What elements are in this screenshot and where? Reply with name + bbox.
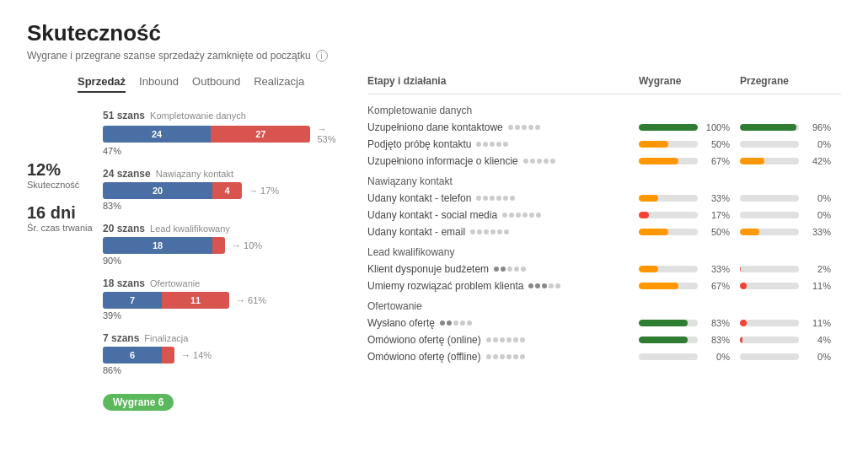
effectiveness-label: Skuteczność [27,180,93,190]
lost-bar [740,158,764,164]
dot [486,354,491,359]
activity-dots [508,125,540,130]
activity-label: Uzupełniono informacje o kliencie [367,155,518,167]
effectiveness-stat: 12% Skuteczność [27,160,93,190]
funnel-count: 20 szans [103,223,145,234]
won-pct-label: 83% [703,318,730,328]
won-cell: 0% [639,352,740,362]
won-pct-label: 50% [703,139,730,149]
dot [520,354,525,359]
dot [483,142,488,147]
bar-pct-right: → 14% [181,350,212,360]
lost-bar [740,229,759,235]
funnel-area: 12% Skuteczność 16 dni Śr. czas trwania … [27,110,347,411]
activity-row: Omówiono ofertę (online)83%4% [367,334,841,346]
dot [523,159,528,164]
lost-cell: 96% [740,122,841,132]
won-bar [639,320,688,326]
funnel-footer: 86% [103,365,347,375]
won-cell: 83% [639,318,740,328]
page: Skuteczność Wygrane i przegrane szanse s… [0,0,868,474]
dot [490,142,495,147]
activity-label: Omówiono ofertę (online) [367,334,481,346]
tab-realizacja[interactable]: Realizacja [254,75,304,93]
bar-pct-right: → 17% [249,186,279,196]
lost-pct-label: 33% [804,227,831,237]
dot [506,337,512,342]
lost-bar [740,124,796,131]
won-bar [639,337,688,343]
won-bar [639,266,658,272]
dot [507,267,512,272]
lost-pct-label: 0% [804,210,831,220]
dot [460,320,465,326]
activity-row: Omówiono ofertę (offline)0%0% [367,351,841,363]
activity-label: Podjęto próbę kontaktu [367,138,471,150]
dot [476,142,481,147]
lost-pct-label: 96% [804,122,831,132]
funnel-name: Kompletowanie danych [150,110,246,121]
dot [542,283,547,288]
dot [470,229,475,234]
funnel-count: 24 szanse [103,168,151,180]
activity-label: Udany kontakt - email [367,226,465,238]
dot [503,196,508,201]
activity-dots [476,142,508,147]
funnel-footer: 83% [103,201,347,211]
dot [544,159,549,164]
right-header: Etapy i działania Wygrane Przegrane [367,75,841,94]
won-cell: 67% [639,281,740,291]
funnel-name: Finalizacja [144,333,188,343]
activity-row: Podjęto próbę kontaktu50%0% [367,138,841,150]
activity-name-cell: Umiemy rozwiązać problem klienta [367,280,639,292]
activity-name-cell: Udany kontakt - email [367,226,639,238]
dot [508,125,513,130]
tab-inbound[interactable]: Inbound [139,75,179,93]
activity-label: Wysłano ofertę [367,317,435,329]
dot [510,196,515,201]
bar-lost [212,237,225,254]
won-badge: Wygrane 6 [103,394,174,411]
funnel-count: 51 szans [103,110,145,121]
funnel-item: 7 szansFinalizacja6→ 14%86% [103,332,347,375]
activity-dots [502,213,541,218]
lost-bar [740,283,747,289]
bar-lost [162,347,174,364]
lost-bar [740,266,741,272]
dot [535,283,540,288]
won-cell: 50% [639,227,740,237]
days-value: 16 dni [27,203,93,223]
info-icon[interactable]: i [316,50,328,62]
dot [504,229,509,234]
funnel-footer: 47% [103,146,347,156]
won-cell: 33% [639,264,740,274]
activity-dots [476,196,515,201]
dot [550,159,555,164]
tab-sprzedaz[interactable]: Sprzedaż [78,75,126,93]
col-lost: Przegrane [740,75,841,87]
won-bar [639,212,649,218]
won-bar [639,283,678,289]
funnel-list: 51 szansKompletowanie danych2427→ 53%47%… [103,110,347,375]
activity-name-cell: Udany kontakt - social media [367,209,639,221]
dot [528,125,533,130]
activity-label: Uzupełniono dane kontaktowe [367,121,503,133]
dot [476,196,481,201]
dot [513,354,518,359]
dot [513,337,518,342]
dot [522,125,527,130]
dot [496,196,501,201]
dot [467,320,472,326]
activity-name-cell: Klient dysponuje budżetem [367,263,639,275]
days-label: Śr. czas trwania [27,223,93,233]
lost-cell: 0% [740,139,841,149]
won-bar [639,158,678,164]
section-label: Ofertowanie [367,300,841,312]
dot [520,337,525,342]
lost-cell: 11% [740,318,841,328]
activity-label: Umiemy rozwiązać problem klienta [367,280,523,292]
tab-outbound[interactable]: Outbound [192,75,240,93]
dot [477,229,482,234]
left-stats: 12% Skuteczność 16 dni Śr. czas trwania [27,160,93,246]
activity-dots [486,354,525,359]
